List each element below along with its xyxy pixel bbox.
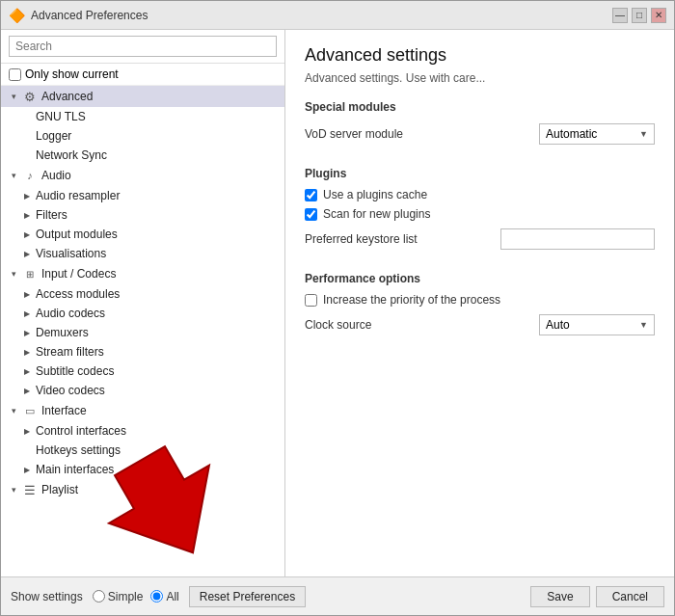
use-plugins-cache-label: Use a plugins cache — [323, 188, 427, 201]
radio-group: Simple All — [93, 590, 179, 603]
vod-server-dropdown[interactable]: Automatic ▼ — [539, 123, 655, 145]
window-controls: — □ ✕ — [612, 8, 666, 23]
all-radio[interactable] — [150, 590, 163, 603]
sidebar-label-logger: Logger — [36, 129, 71, 143]
clock-source-label: Clock source — [305, 318, 371, 332]
use-plugins-cache-row: Use a plugins cache — [305, 188, 655, 201]
sidebar-item-main-interface[interactable]: ▶ Main interfaces — [1, 460, 284, 479]
title-bar: 🔶 Advanced Preferences — □ ✕ — [1, 1, 674, 30]
sidebar-label-hotkeys-settings: Hotkeys settings — [36, 443, 121, 457]
panel-title: Advanced settings — [305, 45, 655, 66]
chevron-control-interfaces: ▶ — [20, 424, 34, 438]
vod-dropdown-arrow-icon: ▼ — [639, 129, 648, 139]
scan-new-plugins-row: Scan for new plugins — [305, 207, 655, 221]
sidebar-item-network-sync[interactable]: Network Sync — [1, 146, 284, 165]
all-radio-option[interactable]: All — [150, 590, 178, 603]
sidebar-item-playlist[interactable]: ▾ ☰ Playlist — [1, 479, 284, 500]
vod-server-label: VoD server module — [305, 127, 403, 141]
sidebar-item-control-interfaces[interactable]: ▶ Control interfaces — [1, 421, 284, 441]
playlist-icon: ☰ — [22, 482, 38, 497]
sidebar-item-demuxers[interactable]: ▶ Demuxers — [1, 323, 284, 342]
sidebar-item-audio-resampler[interactable]: ▶ Audio resampler — [1, 186, 284, 205]
sidebar-label-audio: Audio — [41, 169, 71, 182]
chevron-video-codecs: ▶ — [20, 384, 34, 397]
audio-icon: ♪ — [22, 168, 38, 183]
sidebar-label-output-modules: Output modules — [36, 228, 118, 241]
only-show-current-row: Only show current — [1, 64, 284, 86]
chevron-input-codecs: ▾ — [7, 267, 20, 281]
sidebar-label-audio-codecs: Audio codecs — [36, 307, 105, 320]
chevron-main-interface: ▶ — [20, 463, 34, 476]
sidebar-item-visualisations[interactable]: ▶ Visualisations — [1, 244, 284, 263]
chevron-audio-codecs: ▶ — [20, 307, 34, 320]
sidebar-label-network-sync: Network Sync — [36, 148, 107, 162]
vod-server-row: VoD server module Automatic ▼ — [305, 121, 655, 147]
only-show-current-label: Only show current — [25, 67, 119, 81]
show-settings-label: Show settings — [11, 590, 83, 603]
sidebar-item-output-modules[interactable]: ▶ Output modules — [1, 225, 284, 244]
bottom-right: Save Cancel — [530, 586, 664, 607]
clock-source-dropdown[interactable]: Auto ▼ — [539, 314, 655, 335]
chevron-visualisations: ▶ — [20, 247, 34, 260]
chevron-filters: ▶ — [20, 208, 34, 222]
scan-new-plugins-checkbox[interactable] — [305, 208, 317, 221]
sidebar-label-demuxers: Demuxers — [36, 326, 89, 339]
bottom-left: Show settings Simple All Reset Preferenc… — [11, 586, 306, 607]
only-show-current-checkbox[interactable] — [9, 68, 21, 81]
chevron-access-modules: ▶ — [20, 287, 34, 301]
gear-icon: ⚙ — [22, 89, 38, 104]
sidebar-label-advanced: Advanced — [41, 90, 93, 103]
sidebar-item-input-codecs[interactable]: ▾ ⊞ Input / Codecs — [1, 263, 284, 284]
sidebar-item-audio-codecs[interactable]: ▶ Audio codecs — [1, 304, 284, 323]
sidebar-item-gnu-tls[interactable]: GNU TLS — [1, 107, 284, 126]
simple-radio-option[interactable]: Simple — [93, 590, 144, 603]
sidebar-item-access-modules[interactable]: ▶ Access modules — [1, 284, 284, 304]
scan-new-plugins-label: Scan for new plugins — [323, 207, 430, 221]
tree-container: ▾ ⚙ Advanced GNU TLS Logger Network Sync — [1, 86, 284, 576]
minimize-button[interactable]: — — [612, 8, 628, 23]
interface-icon: ▭ — [22, 403, 38, 418]
chevron-audio: ▾ — [7, 169, 20, 182]
search-input[interactable] — [9, 36, 277, 57]
use-plugins-cache-checkbox[interactable] — [305, 189, 317, 201]
simple-label: Simple — [108, 590, 144, 603]
sidebar-item-subtitle-codecs[interactable]: ▶ Subtitle codecs — [1, 362, 284, 381]
panel-subtitle: Advanced settings. Use with care... — [305, 71, 655, 85]
input-codecs-icon: ⊞ — [22, 266, 38, 281]
chevron-stream-filters: ▶ — [20, 345, 34, 359]
plugins-section: Plugins — [305, 167, 655, 180]
sidebar-item-interface[interactable]: ▾ ▭ Interface — [1, 400, 284, 421]
clock-dropdown-arrow-icon: ▼ — [639, 320, 648, 330]
chevron-demuxers: ▶ — [20, 326, 34, 339]
cancel-button[interactable]: Cancel — [596, 586, 664, 607]
sidebar-item-advanced[interactable]: ▾ ⚙ Advanced — [1, 86, 284, 107]
simple-radio[interactable] — [93, 590, 105, 603]
vod-server-value: Automatic — [546, 127, 597, 141]
performance-section: Performance options — [305, 272, 655, 285]
sidebar-label-access-modules: Access modules — [36, 287, 120, 301]
close-button[interactable]: ✕ — [651, 8, 666, 23]
maximize-button[interactable]: □ — [632, 8, 647, 23]
increase-priority-checkbox[interactable] — [305, 294, 317, 307]
reset-preferences-button[interactable]: Reset Preferences — [189, 586, 306, 607]
sidebar-item-audio[interactable]: ▾ ♪ Audio — [1, 165, 284, 186]
save-button[interactable]: Save — [530, 586, 589, 607]
sidebar-item-hotkeys-settings[interactable]: Hotkeys settings — [1, 441, 284, 460]
chevron-audio-resampler: ▶ — [20, 189, 34, 202]
sidebar-item-stream-filters[interactable]: ▶ Stream filters — [1, 342, 284, 362]
sidebar-item-filters[interactable]: ▶ Filters — [1, 205, 284, 225]
sidebar-label-filters: Filters — [36, 208, 68, 222]
sidebar-item-video-codecs[interactable]: ▶ Video codecs — [1, 381, 284, 400]
all-label: All — [166, 590, 178, 603]
sidebar-label-stream-filters: Stream filters — [36, 345, 104, 359]
sidebar-label-subtitle-codecs: Subtitle codecs — [36, 364, 114, 378]
sidebar-label-playlist: Playlist — [41, 483, 78, 496]
clock-source-row: Clock source Auto ▼ — [305, 312, 655, 337]
chevron-interface: ▾ — [7, 404, 20, 417]
increase-priority-row: Increase the priority of the process — [305, 293, 655, 307]
chevron-subtitle-codecs: ▶ — [20, 364, 34, 378]
increase-priority-label: Increase the priority of the process — [323, 293, 500, 307]
sidebar-item-logger[interactable]: Logger — [1, 126, 284, 146]
sidebar: Only show current ▾ ⚙ Advanced GNU TLS L… — [1, 30, 285, 576]
preferred-keystore-input[interactable] — [500, 228, 655, 250]
